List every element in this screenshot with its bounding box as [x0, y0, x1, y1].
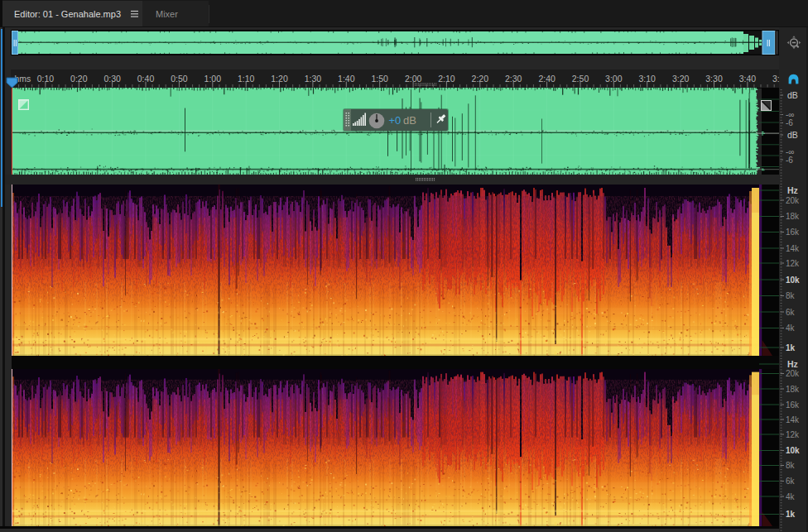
svg-text:Hz: Hz: [787, 185, 798, 195]
svg-text:14k: 14k: [786, 244, 800, 253]
svg-text:1k: 1k: [786, 510, 796, 519]
svg-text:-6: -6: [786, 118, 793, 127]
svg-text:14k: 14k: [786, 415, 800, 424]
svg-text:12k: 12k: [786, 430, 800, 439]
svg-text:1k: 1k: [786, 343, 796, 352]
svg-text:Hz: Hz: [787, 359, 798, 369]
svg-text:20k: 20k: [786, 369, 800, 378]
svg-text:4k: 4k: [786, 492, 796, 501]
svg-text:12k: 12k: [786, 259, 800, 268]
svg-text:18k: 18k: [786, 212, 800, 221]
svg-text:6k: 6k: [786, 308, 796, 317]
svg-text:-6: -6: [786, 156, 793, 165]
svg-text:8k: 8k: [786, 291, 796, 300]
svg-text:20k: 20k: [786, 196, 800, 205]
svg-text:16k: 16k: [786, 400, 800, 410]
svg-text:dB: dB: [787, 130, 798, 140]
svg-text:16k: 16k: [786, 228, 800, 237]
svg-text:4k: 4k: [786, 324, 796, 333]
svg-text:18k: 18k: [786, 385, 800, 394]
svg-text:10k: 10k: [786, 276, 800, 285]
svg-text:10k: 10k: [786, 446, 800, 455]
svg-text:dB: dB: [787, 90, 798, 100]
svg-text:8k: 8k: [786, 461, 796, 470]
svg-text:6k: 6k: [786, 477, 796, 486]
